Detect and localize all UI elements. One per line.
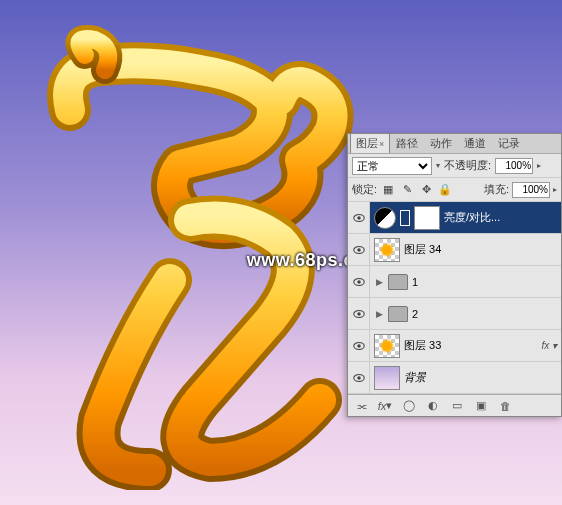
eye-icon [352, 211, 366, 225]
eye-icon [352, 307, 366, 321]
lock-transparency-icon[interactable]: ▦ [380, 182, 396, 198]
dropdown-arrow-icon[interactable]: ▾ [436, 161, 440, 170]
layer-thumbnail [374, 334, 400, 358]
layer-row-folder[interactable]: ▶ 1 [348, 266, 561, 298]
adjustment-thumbnail [374, 207, 396, 229]
mask-thumbnail [414, 206, 440, 230]
new-folder-icon[interactable]: ▭ [448, 398, 466, 414]
tab-layers[interactable]: 图层× [350, 133, 390, 153]
svg-point-5 [357, 280, 361, 284]
svg-point-1 [357, 216, 361, 220]
svg-point-3 [357, 248, 361, 252]
eye-icon [352, 243, 366, 257]
svg-point-11 [357, 376, 361, 380]
layer-thumbnail [374, 366, 400, 390]
lock-fill-row: 锁定: ▦ ✎ ✥ 🔒 填充: ▸ [348, 178, 561, 202]
layer-name: 背景 [404, 370, 426, 385]
layer-row-folder[interactable]: ▶ 2 [348, 298, 561, 330]
blend-opacity-row: 正常 ▾ 不透明度: ▸ [348, 154, 561, 178]
tab-label: 图层 [356, 137, 378, 149]
panel-tabs: 图层× 路径 动作 通道 记录 [348, 134, 561, 154]
fx-icon[interactable]: fx▾ [376, 398, 394, 414]
new-layer-icon[interactable]: ▣ [472, 398, 490, 414]
expand-triangle-icon[interactable]: ▶ [374, 277, 384, 287]
fill-input[interactable] [512, 182, 550, 198]
visibility-toggle[interactable] [348, 234, 370, 265]
visibility-toggle[interactable] [348, 362, 370, 393]
opacity-input[interactable] [495, 158, 533, 174]
folder-thumbnail [388, 306, 408, 322]
layer-row-adjustment[interactable]: 亮度/对比... [348, 202, 561, 234]
layer-name: 图层 33 [404, 338, 441, 353]
visibility-toggle[interactable] [348, 266, 370, 297]
folder-thumbnail [388, 274, 408, 290]
fx-badge[interactable]: fx ▾ [541, 340, 561, 351]
layer-thumbnail [374, 238, 400, 262]
fill-label: 填充: [484, 182, 509, 197]
eye-icon [352, 371, 366, 385]
tab-history[interactable]: 记录 [492, 133, 526, 153]
link-icon [400, 210, 410, 226]
link-layers-icon[interactable]: ⫘ [352, 398, 370, 414]
visibility-toggle[interactable] [348, 330, 370, 361]
svg-point-7 [357, 312, 361, 316]
layer-name: 2 [412, 308, 418, 320]
tab-close-icon[interactable]: × [379, 139, 384, 149]
expand-triangle-icon[interactable]: ▶ [374, 309, 384, 319]
opacity-label: 不透明度: [444, 158, 491, 173]
eye-icon [352, 339, 366, 353]
lock-label: 锁定: [352, 182, 377, 197]
tab-channels[interactable]: 通道 [458, 133, 492, 153]
tab-actions[interactable]: 动作 [424, 133, 458, 153]
lock-position-icon[interactable]: ✥ [418, 182, 434, 198]
svg-point-9 [357, 344, 361, 348]
visibility-toggle[interactable] [348, 298, 370, 329]
eye-icon [352, 275, 366, 289]
visibility-toggle[interactable] [348, 202, 370, 233]
layers-panel: 图层× 路径 动作 通道 记录 正常 ▾ 不透明度: ▸ 锁定: ▦ ✎ ✥ 🔒… [347, 133, 562, 417]
layer-name: 亮度/对比... [444, 210, 500, 225]
layer-row[interactable]: 图层 34 [348, 234, 561, 266]
layer-name: 图层 34 [404, 242, 441, 257]
fill-arrow-icon[interactable]: ▸ [553, 185, 557, 194]
panel-footer: ⫘ fx▾ ◯ ◐ ▭ ▣ 🗑 [348, 394, 561, 416]
blend-mode-select[interactable]: 正常 [352, 157, 432, 175]
layer-name: 1 [412, 276, 418, 288]
tab-paths[interactable]: 路径 [390, 133, 424, 153]
mask-icon[interactable]: ◯ [400, 398, 418, 414]
layer-list: 亮度/对比... 图层 34 ▶ 1 [348, 202, 561, 394]
opacity-arrow-icon[interactable]: ▸ [537, 161, 541, 170]
canvas-background: www.68ps.com 图层× 路径 动作 通道 记录 正常 ▾ 不透明度: … [0, 0, 562, 505]
lock-all-icon[interactable]: 🔒 [437, 182, 453, 198]
adjustment-icon[interactable]: ◐ [424, 398, 442, 414]
layer-row[interactable]: 图层 33 fx ▾ [348, 330, 561, 362]
delete-icon[interactable]: 🗑 [496, 398, 514, 414]
layer-row-background[interactable]: 背景 [348, 362, 561, 394]
lock-pixels-icon[interactable]: ✎ [399, 182, 415, 198]
